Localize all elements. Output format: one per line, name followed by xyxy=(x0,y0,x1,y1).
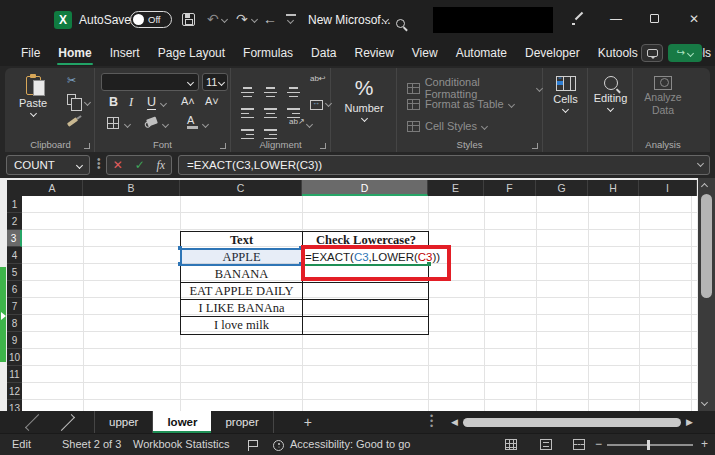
cell-d5[interactable] xyxy=(303,283,429,300)
alignment-dialog-launcher-icon[interactable] xyxy=(320,143,326,149)
row-header-6[interactable]: 6 xyxy=(7,281,22,298)
orientation-icon[interactable]: ab↗ xyxy=(289,117,305,126)
underline-button[interactable]: U xyxy=(147,95,156,110)
editing-button[interactable]: Editing xyxy=(588,76,633,111)
conditional-formatting-button[interactable]: Conditional Formatting xyxy=(407,76,542,100)
paste-button[interactable]: Paste xyxy=(19,76,47,116)
font-size-combo[interactable]: 11 xyxy=(202,73,228,91)
column-header-b[interactable]: B xyxy=(83,180,180,196)
cell-c2[interactable]: Text xyxy=(181,232,303,249)
undo-icon[interactable]: ↶ xyxy=(207,11,219,27)
tab-data[interactable]: Data xyxy=(302,42,345,64)
tab-page-layout[interactable]: Page Layout xyxy=(149,42,234,64)
undo-chevron-icon[interactable] xyxy=(221,16,228,23)
column-header-c[interactable]: C xyxy=(180,180,302,196)
row-header-4[interactable]: 4 xyxy=(7,247,22,264)
row-header-7[interactable]: 7 xyxy=(7,298,22,315)
share-button[interactable]: ↪ xyxy=(668,44,702,62)
format-as-table-button[interactable]: Format as Table xyxy=(407,98,514,110)
decrease-font-button[interactable]: A˅ xyxy=(205,95,219,107)
styles-dialog-launcher-icon[interactable] xyxy=(532,143,538,149)
tab-automate[interactable]: Automate xyxy=(447,42,516,64)
column-header-e[interactable]: E xyxy=(428,180,484,196)
zoom-in-button[interactable]: + xyxy=(701,437,708,451)
maximize-button[interactable] xyxy=(646,12,662,28)
italic-button[interactable]: I xyxy=(129,95,133,110)
tab-scroll-splitter[interactable]: ••• xyxy=(430,414,433,429)
vertical-scroll-thumb[interactable] xyxy=(701,194,712,298)
fill-color-icon[interactable] xyxy=(146,117,158,127)
tab-insert[interactable]: Insert xyxy=(101,42,149,64)
tab-file[interactable]: File xyxy=(12,42,49,64)
save-icon[interactable] xyxy=(182,13,195,26)
number-format-button[interactable]: % Number xyxy=(331,76,397,121)
column-header-h[interactable]: H xyxy=(588,180,639,196)
quick-access-customize-icon[interactable] xyxy=(286,14,296,16)
new-sheet-button[interactable]: + xyxy=(292,414,324,430)
increase-font-button[interactable]: A˄ xyxy=(181,95,195,107)
enter-icon[interactable]: ✓ xyxy=(135,158,145,172)
redo-chevron-icon[interactable] xyxy=(251,16,258,23)
cells-area[interactable]: Text Check Lowercase? APPLE BANANA EAT A… xyxy=(22,196,697,411)
cell-c7[interactable]: I love milk xyxy=(181,317,303,334)
row-header-3[interactable]: 3 xyxy=(7,230,22,247)
format-painter-icon[interactable] xyxy=(67,117,78,127)
row-header-1[interactable]: 1 xyxy=(7,196,22,213)
vertical-scrollbar[interactable] xyxy=(698,178,715,411)
row-header-9[interactable]: 9 xyxy=(7,332,22,349)
scroll-up-icon[interactable] xyxy=(701,183,708,190)
next-sheet-icon[interactable] xyxy=(58,414,75,431)
fill-color-chevron-icon[interactable] xyxy=(162,121,169,128)
draw-pen-icon[interactable] xyxy=(572,13,584,25)
font-dialog-launcher-icon[interactable] xyxy=(220,143,226,149)
sheet-tab-upper[interactable]: upper xyxy=(94,411,153,433)
column-header-g[interactable]: G xyxy=(536,180,588,196)
prev-sheet-icon[interactable] xyxy=(25,414,42,431)
search-icon[interactable] xyxy=(396,19,405,28)
cell-styles-button[interactable]: Cell Styles xyxy=(407,120,487,132)
increase-indent-icon[interactable] xyxy=(264,129,277,139)
scroll-left-icon[interactable]: ◀ xyxy=(448,417,461,427)
column-header-d[interactable]: D xyxy=(302,180,428,196)
borders-icon[interactable] xyxy=(107,117,119,129)
workbook-statistics-button[interactable]: Workbook Statistics xyxy=(133,438,229,450)
font-name-combo[interactable] xyxy=(101,73,199,91)
clipboard-dialog-launcher-icon[interactable] xyxy=(84,143,90,149)
analyze-data-button[interactable]: Analyze Data xyxy=(633,76,693,116)
bold-button[interactable]: B xyxy=(109,95,118,109)
orientation-chevron-icon[interactable] xyxy=(306,121,313,128)
sheet-tab-lower[interactable]: lower xyxy=(153,411,211,433)
cell-d6[interactable] xyxy=(303,300,429,317)
copy-icon[interactable] xyxy=(67,94,76,105)
tab-view[interactable]: View xyxy=(403,42,447,64)
decrease-indent-icon[interactable] xyxy=(241,129,254,139)
wrap-text-icon[interactable]: ab↩ xyxy=(310,74,326,83)
quick-access-chevron-icon[interactable] xyxy=(287,17,294,24)
tab-developer[interactable]: Developer xyxy=(516,42,589,64)
zoom-out-button[interactable]: − xyxy=(595,437,602,451)
comments-button[interactable] xyxy=(641,44,663,62)
cell-c5[interactable]: EAT APPLE DAILY xyxy=(181,283,303,300)
accessibility-status[interactable]: Accessibility: Good to go xyxy=(290,438,410,450)
horizontal-scrollbar[interactable]: ◀ ▶ xyxy=(448,414,700,430)
merge-center-icon[interactable] xyxy=(310,100,323,110)
back-arrow-icon[interactable]: ← xyxy=(263,11,277,27)
autosave-toggle[interactable]: Off xyxy=(130,11,172,28)
formula-bar-handle[interactable]: ••• xyxy=(97,158,99,172)
cell-c4[interactable]: BANANA xyxy=(181,266,303,283)
page-layout-view-button[interactable] xyxy=(540,439,552,450)
cells-button[interactable]: Cells xyxy=(543,76,588,112)
tab-review[interactable]: Review xyxy=(345,42,402,64)
tab-home[interactable]: Home xyxy=(49,42,100,64)
row-header-12[interactable]: 12 xyxy=(7,383,22,400)
row-header-10[interactable]: 10 xyxy=(7,349,22,366)
zoom-slider-handle[interactable] xyxy=(647,440,650,450)
formula-input[interactable]: =EXACT(C3,LOWER(C3)) xyxy=(178,155,710,175)
scroll-down-icon[interactable] xyxy=(701,399,708,406)
column-header-a[interactable]: A xyxy=(22,180,83,196)
sheet-tab-proper[interactable]: proper xyxy=(211,411,273,433)
row-header-8[interactable]: 8 xyxy=(7,315,22,332)
document-title[interactable]: New Microsof... xyxy=(308,13,391,27)
zoom-slider[interactable] xyxy=(607,444,693,446)
row-header-2[interactable]: 2 xyxy=(7,213,22,230)
